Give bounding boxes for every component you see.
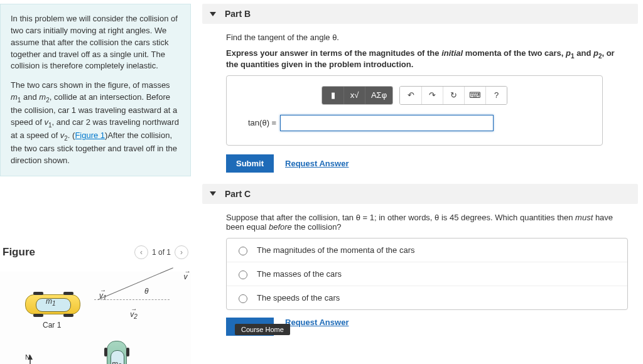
part-c-header[interactable]: Part C bbox=[202, 184, 638, 204]
car1-label: Car 1 bbox=[43, 321, 61, 329]
compass: N E bbox=[25, 353, 63, 364]
figure-pager: ‹ 1 of 1 › bbox=[134, 245, 188, 259]
part-c-prompt: Suppose that after the collision, tan θ … bbox=[226, 213, 628, 232]
pager-next[interactable]: › bbox=[175, 245, 188, 259]
answer-input[interactable] bbox=[280, 115, 494, 131]
mc-option[interactable]: The speeds of the cars bbox=[227, 286, 627, 309]
figure-diagram: m1 Car 1 m2 Car 2 →v1 →v2 →v θ N E bbox=[0, 272, 191, 364]
toolbar-redo-button[interactable]: ↷ bbox=[421, 87, 443, 104]
v2-label: →v2 bbox=[130, 310, 138, 319]
multiple-choice-box: The magnitudes of the momenta of the car… bbox=[226, 238, 628, 310]
equation-toolbar: ▮ x√ ΑΣφ ↶ ↷ ↻ ⌨ ? bbox=[235, 86, 593, 105]
mc-option-label: The speeds of the cars bbox=[257, 293, 340, 302]
mc-option[interactable]: The masses of the cars bbox=[227, 262, 627, 286]
figure-heading: Figure bbox=[3, 246, 35, 259]
pager-text: 1 of 1 bbox=[152, 248, 171, 257]
intro-p2: The two cars shown in the figure, of mas… bbox=[11, 80, 180, 167]
mc-option-label: The magnitudes of the momenta of the car… bbox=[257, 245, 414, 255]
car1-mass-label: m1 bbox=[46, 297, 56, 307]
equation-lhs: tan(θ) = bbox=[248, 118, 276, 127]
part-b-instructions: Express your answer in terms of the magn… bbox=[226, 48, 628, 69]
toolbar-templates-button[interactable]: ▮ bbox=[322, 87, 343, 104]
answer-box: ▮ x√ ΑΣφ ↶ ↷ ↻ ⌨ ? tan(θ) = bbox=[226, 75, 603, 146]
toolbar-reset-button[interactable]: ↻ bbox=[443, 87, 464, 104]
toolbar-greek-button[interactable]: ΑΣφ bbox=[365, 87, 392, 104]
part-b-title: Part B bbox=[225, 9, 251, 19]
request-answer-link[interactable]: Request Answer bbox=[285, 159, 349, 168]
theta-label: θ bbox=[144, 287, 149, 296]
toolbar-undo-button[interactable]: ↶ bbox=[400, 87, 421, 104]
mc-option-label: The masses of the cars bbox=[257, 269, 342, 279]
part-b-header[interactable]: Part B bbox=[202, 4, 638, 24]
mc-option[interactable]: The magnitudes of the momenta of the car… bbox=[227, 238, 627, 262]
problem-intro: In this problem we will consider the col… bbox=[0, 4, 191, 176]
mc-radio[interactable] bbox=[239, 270, 247, 279]
toolbar-help-button[interactable]: ? bbox=[485, 87, 507, 104]
dashed-east-axis bbox=[94, 299, 170, 300]
course-home-tooltip[interactable]: Course Home bbox=[235, 324, 290, 335]
collapse-icon bbox=[210, 191, 216, 196]
v-label: →v bbox=[183, 272, 187, 281]
part-b-prompt: Find the tangent of the angle θ. bbox=[226, 33, 628, 42]
mc-radio[interactable] bbox=[239, 294, 247, 303]
collapse-icon bbox=[210, 12, 216, 16]
intro-p1: In this problem we will consider the col… bbox=[11, 14, 178, 70]
submit-button[interactable]: Submit bbox=[226, 154, 274, 173]
toolbar-root-button[interactable]: x√ bbox=[343, 87, 365, 104]
part-c-title: Part C bbox=[225, 189, 251, 199]
pager-prev[interactable]: ‹ bbox=[134, 245, 148, 259]
final-velocity-line bbox=[98, 267, 173, 300]
request-answer-link[interactable]: Request Answer bbox=[285, 318, 349, 327]
figure-link[interactable]: Figure 1 bbox=[75, 131, 105, 140]
car2-mass-label: m2 bbox=[112, 360, 122, 364]
toolbar-keyboard-button[interactable]: ⌨ bbox=[464, 87, 485, 104]
mc-radio[interactable] bbox=[239, 247, 247, 255]
